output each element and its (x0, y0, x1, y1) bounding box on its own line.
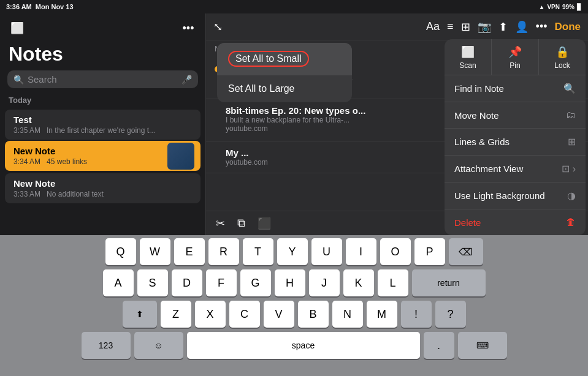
key-n[interactable]: N (332, 301, 363, 328)
find-in-note-button[interactable]: Find in Note 🔍 (445, 75, 586, 102)
more-options-button[interactable]: ••• (178, 18, 198, 38)
ellipsis-icon[interactable]: ••• (536, 20, 548, 33)
lock-label: Lock (554, 61, 570, 70)
key-o[interactable]: O (380, 238, 411, 265)
attachment-icon: ⊡ › (562, 163, 576, 175)
key-s[interactable]: S (137, 269, 168, 296)
pin-label: Pin (510, 61, 520, 70)
key-w[interactable]: W (140, 238, 170, 265)
attachment-view-label: Attachment View (454, 164, 523, 174)
emoji-key[interactable]: ☺ (134, 332, 183, 359)
main-toolbar: ⤡ Aa ≡ ⊞ 📷 ⬆ 👤 ••• Done (206, 13, 588, 40)
key-g[interactable]: G (240, 269, 271, 296)
note-title: New Note (13, 178, 192, 189)
resize-icon[interactable]: ⤡ (213, 20, 223, 34)
search-icon: 🔍 (13, 75, 24, 85)
space-key[interactable]: space (187, 332, 420, 359)
lines-grids-button[interactable]: Lines & Grids ⊞ (445, 129, 586, 156)
share-icon[interactable]: ⬆ (498, 20, 508, 34)
section-today-label: Today (0, 93, 205, 107)
keyboard-row-2: A S D F G H J K L return (0, 266, 588, 298)
key-c[interactable]: C (229, 301, 260, 328)
key-r[interactable]: R (208, 238, 239, 265)
delete-key[interactable]: ⌫ (449, 238, 483, 265)
key-question[interactable]: ? (435, 301, 466, 328)
grid-icon: ⊞ (568, 136, 576, 148)
move-note-button[interactable]: Move Note 🗂 (445, 102, 586, 129)
lock-button[interactable]: 🔒 Lock (539, 39, 586, 75)
status-bar: 3:36 AM Mon Nov 13 ▲ VPN 99% ▊ (0, 0, 588, 13)
scan-button[interactable]: ⬜ Scan (445, 39, 492, 75)
trash-icon: 🗑 (566, 217, 576, 228)
key-l[interactable]: L (378, 269, 408, 296)
notes-title: Notes (0, 40, 205, 70)
key-m[interactable]: M (367, 301, 397, 328)
attachment-view-button[interactable]: Attachment View ⊡ › (445, 156, 586, 182)
key-e[interactable]: E (174, 238, 205, 265)
sidebar-toggle-button[interactable]: ⬜ (7, 18, 27, 38)
pin-button[interactable]: 📌 Pin (492, 39, 539, 75)
key-t[interactable]: T (243, 238, 273, 265)
key-k[interactable]: K (343, 269, 374, 296)
key-z[interactable]: Z (161, 301, 191, 328)
note-meta: 3:34 AM 45 web links (13, 157, 192, 166)
paste-icon[interactable]: ⬛ (258, 217, 271, 230)
find-icon: 🔍 (563, 83, 576, 94)
option-label: Set All to Small (228, 51, 309, 67)
option-label: Set All to Large (228, 83, 295, 94)
set-all-small-option[interactable]: Set All to Small (217, 43, 352, 75)
list-item[interactable]: New Note 3:33 AM No additional text (5, 173, 200, 203)
use-light-background-button[interactable]: Use Light Background ◑ (445, 182, 586, 209)
list-item[interactable]: New Note 3:34 AM 45 web links (5, 141, 200, 171)
toolbar-left: ⤡ (213, 20, 223, 34)
keyboard-hide-key[interactable]: ⌨ (458, 332, 507, 359)
key-h[interactable]: H (275, 269, 305, 296)
contrast-icon: ◑ (567, 190, 576, 201)
toolbar-right: Aa ≡ ⊞ 📷 ⬆ 👤 ••• Done (426, 20, 581, 34)
shift-key-left[interactable]: ⬆ (123, 301, 157, 328)
key-y[interactable]: Y (277, 238, 308, 265)
cut-icon[interactable]: ✂ (216, 217, 225, 230)
key-p[interactable]: P (414, 238, 445, 265)
delete-label: Delete (454, 217, 481, 228)
folder-icon: 🗂 (566, 110, 576, 121)
search-bar[interactable]: 🔍 Search 🎤 (7, 70, 198, 88)
key-j[interactable]: J (309, 269, 340, 296)
key-i[interactable]: I (346, 238, 376, 265)
key-excl[interactable]: ! (401, 301, 432, 328)
keyboard: Q W E R T Y U I O P ⌫ A S D F G H J K L … (0, 235, 588, 376)
list-item[interactable]: Test 3:35 AM In the first chapter we're … (5, 110, 200, 140)
key-a[interactable]: A (103, 269, 134, 296)
note-title: New Note (13, 146, 192, 156)
key-q[interactable]: Q (105, 238, 136, 265)
note-meta: 3:33 AM No additional text (13, 190, 192, 198)
context-top-icons: ⬜ Scan 📌 Pin 🔒 Lock (445, 39, 586, 75)
key-u[interactable]: U (311, 238, 342, 265)
light-bg-label: Use Light Background (454, 190, 545, 201)
set-all-large-option[interactable]: Set All to Large (217, 75, 352, 102)
note-thumbnail (167, 143, 194, 170)
grid-icon[interactable]: ⊞ (461, 20, 470, 34)
copy-icon[interactable]: ⧉ (237, 217, 245, 230)
vpn-label: VPN (547, 4, 560, 10)
key-x[interactable]: X (195, 301, 226, 328)
status-day: Mon Nov 13 (36, 3, 74, 10)
search-input[interactable]: Search (28, 74, 178, 85)
key-d[interactable]: D (172, 269, 202, 296)
key-v[interactable]: V (264, 301, 294, 328)
delete-button[interactable]: Delete 🗑 (445, 209, 586, 235)
note-meta: 3:35 AM In the first chapter we're going… (13, 126, 192, 135)
person-icon[interactable]: 👤 (515, 20, 529, 34)
pin-icon: 📌 (508, 45, 522, 59)
return-key[interactable]: return (412, 269, 486, 296)
status-left: 3:36 AM Mon Nov 13 (6, 3, 74, 10)
checklist-icon[interactable]: ≡ (447, 20, 454, 33)
done-button[interactable]: Done (555, 21, 581, 33)
numbers-key[interactable]: 123 (82, 332, 131, 359)
keyboard-row-4: 123 ☺ space . ⌨ (0, 329, 588, 360)
camera-icon[interactable]: 📷 (478, 20, 491, 34)
font-size-icon[interactable]: Aa (426, 20, 440, 33)
key-b[interactable]: B (298, 301, 329, 328)
period-key[interactable]: . (424, 332, 454, 359)
key-f[interactable]: F (206, 269, 237, 296)
